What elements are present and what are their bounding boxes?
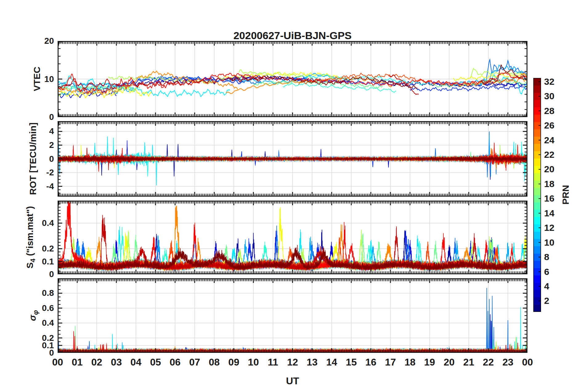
colorbar-tick-label: 18 — [544, 179, 572, 189]
colorbar-tick-label: 12 — [544, 223, 572, 233]
s4-panel-canvas — [58, 201, 527, 274]
colorbar-tick-label: 8 — [544, 252, 572, 262]
colorbar-tick-label: 10 — [544, 237, 572, 248]
colorbar-tick-label: 28 — [544, 106, 572, 116]
y-tick-label: 0 — [17, 154, 54, 164]
colorbar-tick-label: 22 — [544, 149, 572, 160]
y-tick-label: 0.1 — [17, 256, 54, 267]
sigma-phi-panel-canvas — [58, 278, 527, 353]
x-tick-label: 00 — [514, 357, 541, 367]
colorbar-tick-label: 14 — [544, 208, 572, 218]
y-tick-label: 10 — [17, 74, 54, 84]
figure: 20200627-UiB-BJN-GPS VTEC ROT [TECU/min]… — [0, 0, 586, 392]
y-tick-label: 0 — [17, 269, 54, 280]
y-tick-label: -2 — [17, 167, 54, 178]
rot-panel-canvas — [58, 121, 527, 197]
colorbar — [533, 78, 541, 312]
y-tick-label: 0 — [17, 112, 54, 122]
y-tick-label: 0.6 — [17, 303, 54, 313]
x-axis-label: UT — [58, 375, 527, 387]
y-tick-label: 0.4 — [17, 218, 54, 228]
colorbar-tick-label: 26 — [544, 120, 572, 131]
colorbar-tick-label: 6 — [544, 267, 572, 277]
colorbar-tick-label: 16 — [544, 193, 572, 204]
y-tick-label: 0.2 — [17, 333, 54, 343]
y-tick-label: 0.2 — [17, 243, 54, 254]
colorbar-tick-label: 4 — [544, 281, 572, 292]
colorbar-tick-label: 30 — [544, 91, 572, 101]
y-tick-label: 20 — [17, 36, 54, 46]
colorbar-tick-label: 24 — [544, 135, 572, 145]
y-tick-label: 2 — [17, 140, 54, 150]
y-tick-label: 4 — [17, 126, 54, 137]
y-tick-label: 0.4 — [17, 318, 54, 328]
colorbar-tick-label: 2 — [544, 296, 572, 306]
colorbar-tick-label: 32 — [544, 76, 572, 87]
y-tick-label: 0.8 — [17, 288, 54, 298]
vtec-panel-canvas — [58, 41, 527, 117]
chart-title: 20200627-UiB-BJN-GPS — [58, 30, 527, 42]
y-tick-label: -4 — [17, 181, 54, 192]
colorbar-tick-label: 20 — [544, 164, 572, 174]
